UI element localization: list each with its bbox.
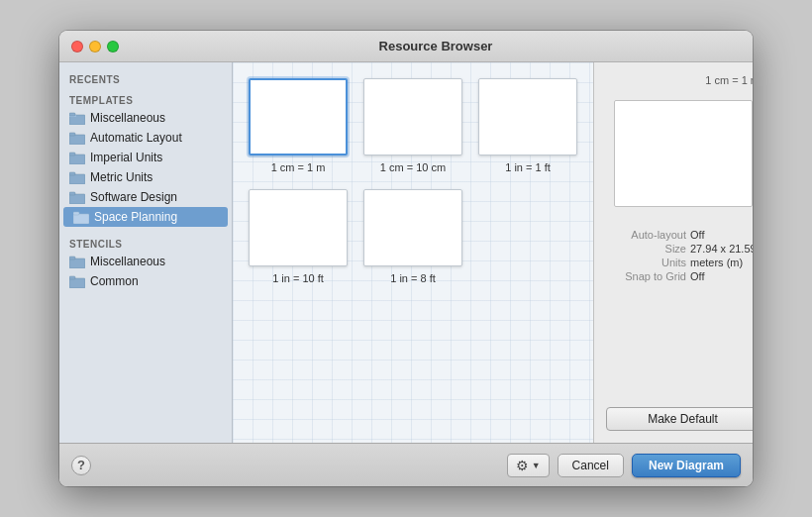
stencils-label: STENCILS bbox=[59, 235, 232, 252]
sidebar-item-stencil-common[interactable]: Common bbox=[59, 271, 232, 291]
folder-icon bbox=[69, 275, 85, 288]
window-title: Resource Browser bbox=[131, 39, 741, 53]
meta-table: Auto-layout Off Size 27.94 x 21.59 Units… bbox=[606, 229, 753, 284]
size-key: Size bbox=[665, 243, 686, 255]
template-1in-8ft[interactable]: 1 in = 8 ft bbox=[363, 189, 462, 284]
titlebar: Resource Browser bbox=[59, 31, 753, 62]
sidebar-item-label: Software Design bbox=[90, 190, 177, 204]
svg-rect-8 bbox=[69, 172, 75, 175]
units-value: meters (m) bbox=[690, 257, 753, 268]
template-1cm-10cm[interactable]: 1 cm = 10 cm bbox=[363, 78, 462, 173]
svg-rect-5 bbox=[69, 155, 85, 164]
svg-rect-14 bbox=[69, 257, 75, 259]
traffic-lights bbox=[71, 41, 119, 52]
sidebar-item-space-planning[interactable]: Space Planning bbox=[63, 207, 228, 227]
sidebar-item-stencil-miscellaneous[interactable]: Miscellaneous bbox=[59, 252, 232, 271]
folder-icon bbox=[69, 112, 85, 125]
template-thumbnail bbox=[478, 78, 577, 155]
new-diagram-button[interactable]: New Diagram bbox=[632, 454, 741, 477]
folder-icon bbox=[69, 152, 85, 164]
svg-rect-16 bbox=[69, 276, 75, 279]
template-label: 1 cm = 10 cm bbox=[380, 161, 446, 173]
recents-label: RECENTS bbox=[59, 70, 232, 87]
svg-rect-7 bbox=[69, 174, 85, 184]
folder-icon bbox=[69, 256, 85, 268]
svg-rect-2 bbox=[69, 113, 75, 116]
template-label: 1 in = 8 ft bbox=[390, 272, 436, 284]
gear-icon: ⚙ bbox=[516, 458, 529, 473]
main-content: RECENTS TEMPLATES Miscellaneous bbox=[59, 62, 753, 443]
svg-rect-12 bbox=[73, 212, 79, 215]
svg-rect-13 bbox=[69, 258, 85, 268]
svg-rect-9 bbox=[69, 194, 85, 204]
template-thumbnail bbox=[249, 78, 348, 155]
meta-row-units: Units meters (m) bbox=[606, 257, 753, 268]
help-button[interactable]: ? bbox=[71, 456, 91, 475]
templates-label: TEMPLATES bbox=[59, 91, 232, 108]
snap-key: Snap to Grid bbox=[625, 270, 686, 282]
template-thumbnail bbox=[249, 189, 348, 266]
cancel-button[interactable]: Cancel bbox=[558, 454, 624, 477]
sidebar-item-label: Automatic Layout bbox=[90, 131, 182, 145]
preview-label: 1 cm = 1 m bbox=[606, 74, 753, 86]
template-1cm-1m[interactable]: 1 cm = 1 m bbox=[249, 78, 348, 173]
templates-area: 1 cm = 1 m 1 cm = 10 cm 1 in = 1 ft 1 in… bbox=[233, 62, 593, 443]
sidebar-item-label: Common bbox=[90, 274, 139, 288]
sidebar-item-miscellaneous[interactable]: Miscellaneous bbox=[59, 108, 232, 128]
template-thumbnail bbox=[363, 78, 462, 155]
sidebar-item-label: Miscellaneous bbox=[90, 255, 165, 268]
bottom-right-buttons: ⚙ ▼ Cancel New Diagram bbox=[507, 454, 741, 477]
make-default-button[interactable]: Make Default bbox=[606, 407, 753, 431]
sidebar: RECENTS TEMPLATES Miscellaneous bbox=[59, 62, 233, 443]
sidebar-item-label: Imperial Units bbox=[90, 151, 162, 164]
template-1in-1ft[interactable]: 1 in = 1 ft bbox=[478, 78, 577, 173]
meta-row-snap: Snap to Grid Off bbox=[606, 270, 753, 282]
template-label: 1 in = 1 ft bbox=[505, 161, 551, 173]
close-button[interactable] bbox=[71, 41, 83, 52]
sidebar-item-metric-units[interactable]: Metric Units bbox=[59, 167, 232, 187]
size-value: 27.94 x 21.59 bbox=[690, 243, 753, 255]
snap-value: Off bbox=[690, 270, 753, 282]
meta-row-size: Size 27.94 x 21.59 bbox=[606, 243, 753, 255]
auto-layout-value: Off bbox=[690, 229, 753, 241]
templates-grid: 1 cm = 1 m 1 cm = 10 cm 1 in = 1 ft 1 in… bbox=[233, 62, 593, 443]
svg-rect-15 bbox=[69, 278, 85, 288]
minimize-button[interactable] bbox=[89, 41, 101, 52]
svg-rect-11 bbox=[73, 214, 89, 224]
template-1in-10ft[interactable]: 1 in = 10 ft bbox=[249, 189, 348, 284]
svg-rect-6 bbox=[69, 153, 75, 155]
svg-rect-10 bbox=[69, 192, 75, 195]
sidebar-item-automatic-layout[interactable]: Automatic Layout bbox=[59, 128, 232, 148]
meta-row-auto-layout: Auto-layout Off bbox=[606, 229, 753, 241]
sidebar-item-label: Metric Units bbox=[90, 170, 152, 184]
folder-icon bbox=[69, 191, 85, 204]
sidebar-item-label: Miscellaneous bbox=[90, 111, 165, 125]
folder-icon bbox=[73, 211, 89, 224]
sidebar-item-label: Space Planning bbox=[94, 210, 177, 224]
template-thumbnail bbox=[363, 189, 462, 266]
svg-rect-4 bbox=[69, 133, 75, 136]
gear-dropdown-arrow: ▼ bbox=[532, 461, 541, 470]
sidebar-item-imperial-units[interactable]: Imperial Units bbox=[59, 148, 232, 167]
folder-icon bbox=[69, 132, 85, 145]
resource-browser-window: Resource Browser RECENTS TEMPLATES Misce… bbox=[59, 31, 753, 486]
template-label: 1 in = 10 ft bbox=[272, 272, 324, 284]
svg-rect-3 bbox=[69, 135, 85, 145]
preview-thumbnail bbox=[614, 100, 753, 207]
folder-icon bbox=[69, 171, 85, 184]
sidebar-item-software-design[interactable]: Software Design bbox=[59, 187, 232, 207]
bottom-bar: ? ⚙ ▼ Cancel New Diagram bbox=[59, 443, 753, 486]
right-panel: 1 cm = 1 m Auto-layout Off Size 27.94 x … bbox=[593, 62, 753, 443]
maximize-button[interactable] bbox=[107, 41, 119, 52]
gear-button[interactable]: ⚙ ▼ bbox=[507, 454, 550, 477]
auto-layout-key: Auto-layout bbox=[631, 229, 686, 241]
template-label: 1 cm = 1 m bbox=[271, 161, 326, 173]
units-key: Units bbox=[661, 257, 686, 268]
